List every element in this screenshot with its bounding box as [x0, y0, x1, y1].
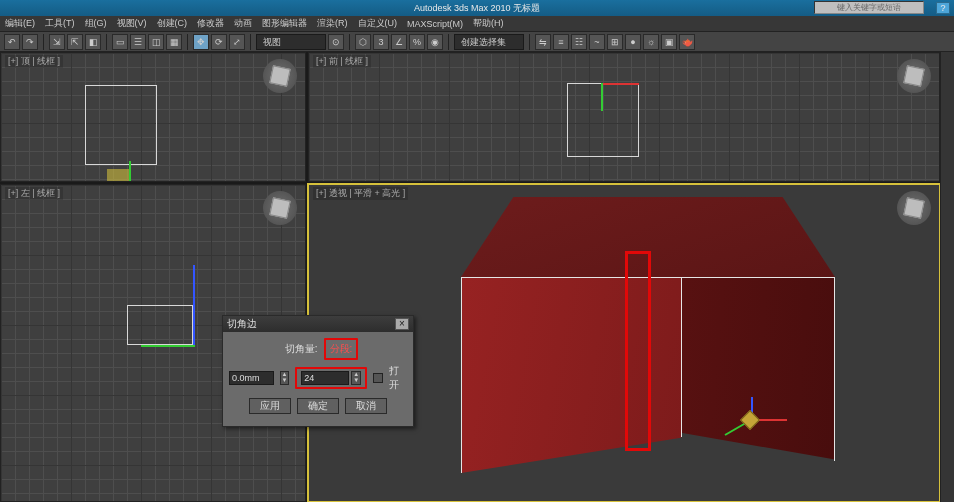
toolbar-separator: [43, 34, 44, 50]
gizmo-plane[interactable]: [107, 169, 129, 182]
dialog-titlebar[interactable]: 切角边 ×: [223, 316, 413, 332]
axis-x[interactable]: [601, 83, 639, 85]
viewcube-icon[interactable]: [897, 59, 931, 93]
viewport-label[interactable]: [+] 顶 | 线框 ]: [5, 55, 63, 68]
refcoord-dropdown[interactable]: 视图: [256, 34, 326, 50]
axis-y[interactable]: [141, 345, 195, 347]
wire-edge: [461, 277, 835, 278]
annotation-highlight: 24 ▲▼: [295, 367, 367, 389]
app-title: Autodesk 3ds Max 2010 无标题: [414, 3, 540, 13]
axis-z[interactable]: [193, 265, 195, 347]
snap-button[interactable]: 3: [373, 34, 389, 50]
viewport-label[interactable]: [+] 透视 | 平滑 + 高光 ]: [313, 187, 408, 200]
menu-help[interactable]: 帮助(H): [468, 17, 509, 30]
toolbar-separator: [349, 34, 350, 50]
annotation-highlight: 分段:: [324, 338, 359, 360]
open-checkbox[interactable]: [373, 373, 382, 383]
curve-editor-button[interactable]: ~: [589, 34, 605, 50]
render-frame-button[interactable]: ▣: [661, 34, 677, 50]
menu-maxscript[interactable]: MAXScript(M): [402, 19, 468, 29]
chamfer-amount-label: 切角量:: [278, 342, 318, 356]
menu-view[interactable]: 视图(V): [112, 17, 152, 30]
move-button[interactable]: ✥: [193, 34, 209, 50]
link-button[interactable]: ⇲: [49, 34, 65, 50]
help-search-input[interactable]: 键入关键字或短语: [814, 1, 924, 14]
toolbar-separator: [529, 34, 530, 50]
viewcube-icon[interactable]: [263, 191, 297, 225]
menu-animation[interactable]: 动画: [229, 17, 257, 30]
chamfer-amount-input[interactable]: 0.0mm: [229, 371, 274, 385]
segments-label: 分段:: [330, 343, 353, 354]
transform-gizmo[interactable]: [729, 397, 789, 457]
viewport-label[interactable]: [+] 左 | 线框 ]: [5, 187, 63, 200]
manip-button[interactable]: ⬡: [355, 34, 371, 50]
menu-render[interactable]: 渲染(R): [312, 17, 353, 30]
toolbar-separator: [106, 34, 107, 50]
redo-button[interactable]: ↷: [22, 34, 38, 50]
selection-set-dropdown[interactable]: 创建选择集: [454, 34, 524, 50]
bind-button[interactable]: ◧: [85, 34, 101, 50]
menu-modifiers[interactable]: 修改器: [192, 17, 229, 30]
scale-button[interactable]: ⤢: [229, 34, 245, 50]
close-icon[interactable]: ×: [395, 318, 409, 330]
dialog-title: 切角边: [227, 317, 257, 331]
toolbar-separator: [250, 34, 251, 50]
gizmo-center[interactable]: [740, 410, 760, 430]
ok-button[interactable]: 确定: [297, 398, 339, 414]
apply-button[interactable]: 应用: [249, 398, 291, 414]
select-name-button[interactable]: ☰: [130, 34, 146, 50]
unlink-button[interactable]: ⇱: [67, 34, 83, 50]
axis-z[interactable]: [601, 83, 603, 111]
layer-button[interactable]: ☷: [571, 34, 587, 50]
schematic-button[interactable]: ⊞: [607, 34, 623, 50]
viewcube-icon[interactable]: [263, 59, 297, 93]
segments-input[interactable]: 24: [301, 371, 349, 385]
percent-snap-button[interactable]: %: [409, 34, 425, 50]
box-face-left: [461, 277, 681, 473]
render-setup-button[interactable]: ☼: [643, 34, 659, 50]
wire-edge: [461, 277, 462, 473]
menu-edit[interactable]: 编辑(E): [0, 17, 40, 30]
render-button[interactable]: 🫖: [679, 34, 695, 50]
viewport-top[interactable]: [+] 顶 | 线框 ]: [0, 52, 306, 182]
spinner-snap-button[interactable]: ◉: [427, 34, 443, 50]
align-button[interactable]: ≡: [553, 34, 569, 50]
object-wireframe: [567, 83, 639, 157]
menu-tools[interactable]: 工具(T): [40, 17, 80, 30]
box-face-top: [461, 197, 835, 277]
title-bar: Autodesk 3ds Max 2010 无标题 键入关键字或短语 ?: [0, 0, 954, 16]
select-region-button[interactable]: ◫: [148, 34, 164, 50]
axis-y[interactable]: [129, 161, 131, 182]
undo-button[interactable]: ↶: [4, 34, 20, 50]
toolbar-separator: [187, 34, 188, 50]
infocenter-icon[interactable]: ?: [936, 2, 950, 14]
viewport-front[interactable]: [+] 前 | 线框 ]: [308, 52, 940, 182]
object-box[interactable]: [419, 197, 839, 477]
menu-customize[interactable]: 自定义(U): [353, 17, 403, 30]
chamfer-edges-dialog[interactable]: 切角边 × 切角量: 分段: 0.0mm ▲▼ 24 ▲▼ 打开 应用 确定 取…: [222, 315, 414, 427]
toolbar-separator: [448, 34, 449, 50]
menu-graph[interactable]: 图形编辑器: [257, 17, 312, 30]
menu-create[interactable]: 创建(C): [152, 17, 193, 30]
filter-button[interactable]: ▦: [166, 34, 182, 50]
angle-snap-button[interactable]: ∠: [391, 34, 407, 50]
rotate-button[interactable]: ⟳: [211, 34, 227, 50]
main-toolbar: ↶ ↷ ⇲ ⇱ ◧ ▭ ☰ ◫ ▦ ✥ ⟳ ⤢ 视图 ⊙ ⬡ 3 ∠ % ◉ 创…: [0, 32, 954, 52]
viewcube-icon[interactable]: [897, 191, 931, 225]
viewport-label[interactable]: [+] 前 | 线框 ]: [313, 55, 371, 68]
select-button[interactable]: ▭: [112, 34, 128, 50]
segments-spinner[interactable]: ▲▼: [351, 371, 361, 385]
cancel-button[interactable]: 取消: [345, 398, 387, 414]
viewport-container: [+] 顶 | 线框 ] [+] 前 | 线框 ] [+] 左 | 线框 ] […: [0, 52, 940, 502]
material-editor-button[interactable]: ●: [625, 34, 641, 50]
menu-bar: 编辑(E) 工具(T) 组(G) 视图(V) 创建(C) 修改器 动画 图形编辑…: [0, 16, 954, 32]
menu-group[interactable]: 组(G): [80, 17, 112, 30]
wire-edge: [834, 277, 835, 461]
pivot-button[interactable]: ⊙: [328, 34, 344, 50]
object-wireframe: [127, 305, 193, 345]
mirror-button[interactable]: ⇋: [535, 34, 551, 50]
command-panel-strip[interactable]: [940, 52, 954, 502]
wire-edge: [681, 277, 682, 437]
object-wireframe: [85, 85, 157, 165]
chamfer-amount-spinner[interactable]: ▲▼: [280, 371, 289, 385]
